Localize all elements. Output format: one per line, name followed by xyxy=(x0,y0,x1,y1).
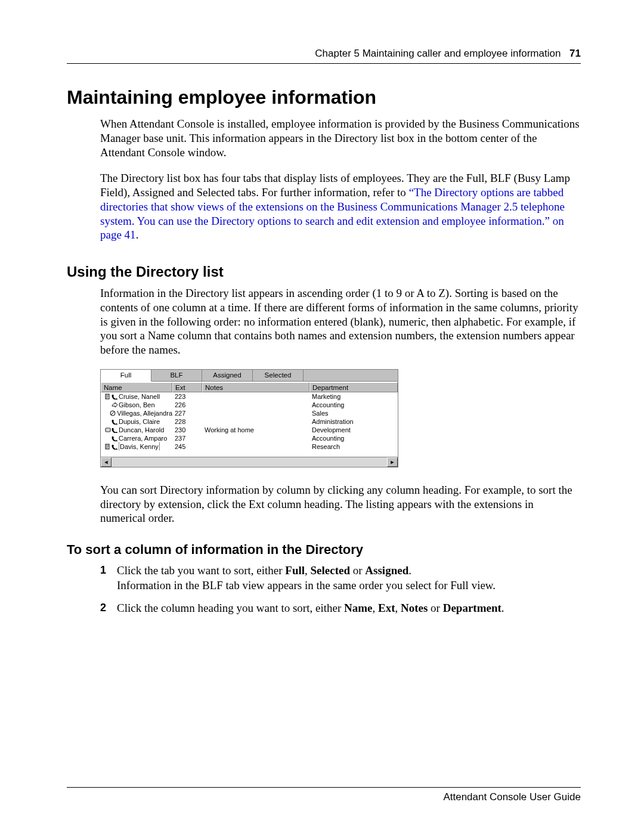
column-header-name[interactable]: Name xyxy=(101,382,172,392)
directory-rows: Cruise, Nanell223MarketingGibson, Ben226… xyxy=(101,392,398,457)
svg-line-2 xyxy=(111,411,114,415)
cell-notes xyxy=(202,442,309,451)
cell-department: Marketing xyxy=(309,392,398,401)
phone-icon xyxy=(112,435,117,441)
footer-text: Attendant Console User Guide xyxy=(443,791,581,803)
status-icons xyxy=(103,410,116,416)
cell-name: Villegas, Allejandra xyxy=(101,409,172,417)
table-row[interactable]: Villegas, Allejandra227Sales xyxy=(101,409,398,417)
table-row[interactable]: Cruise, Nanell223Marketing xyxy=(101,392,398,401)
step-number: 2 xyxy=(100,601,106,615)
page-number: 71 xyxy=(569,48,581,59)
intro-paragraph-1: When Attendant Console is installed, emp… xyxy=(100,117,581,159)
s1-bold-selected: Selected xyxy=(311,564,350,577)
cell-department: Research xyxy=(309,442,398,451)
s2-text: Click the column heading you want to sor… xyxy=(117,602,344,614)
phone-icon xyxy=(112,444,117,450)
s1-bold-full: Full xyxy=(285,564,305,577)
employee-name: Gibson, Ben xyxy=(119,401,155,409)
tab-blf[interactable]: BLF xyxy=(151,370,202,382)
heading-2: Using the Directory list xyxy=(67,264,581,280)
tab-selected[interactable]: Selected xyxy=(253,370,304,382)
note-icon xyxy=(105,444,111,450)
employee-name: Dupuis, Claire xyxy=(119,417,160,426)
steps-list: 1 Click the tab you want to sort, either… xyxy=(100,563,581,616)
tab-filler xyxy=(304,370,398,382)
running-header: Chapter 5 Maintaining caller and employe… xyxy=(67,48,581,64)
status-icons xyxy=(103,402,117,408)
svg-point-5 xyxy=(107,429,108,430)
s1-sep2: or xyxy=(350,564,365,577)
status-icons xyxy=(103,444,117,450)
cell-ext: 228 xyxy=(172,417,202,426)
s2-bold-name: Name xyxy=(344,602,372,614)
cell-department: Accounting xyxy=(309,401,398,409)
table-row[interactable]: Dupuis, Claire228Administration xyxy=(101,417,398,426)
step-2: 2 Click the column heading you want to s… xyxy=(100,601,581,616)
cell-ext: 223 xyxy=(172,392,202,401)
dnd-icon xyxy=(110,410,116,416)
fwd-icon xyxy=(112,402,117,408)
cell-ext: 230 xyxy=(172,426,202,434)
body-content: When Attendant Console is installed, emp… xyxy=(100,117,581,242)
status-icons xyxy=(103,394,117,400)
table-row[interactable]: Gibson, Ben226Accounting xyxy=(101,401,398,409)
tab-full[interactable]: Full xyxy=(101,370,151,382)
cell-department: Administration xyxy=(309,417,398,426)
employee-name: Villegas, Allejandra xyxy=(117,409,172,417)
steps-block: 1 Click the tab you want to sort, either… xyxy=(100,563,581,616)
scroll-left-button[interactable]: ◄ xyxy=(101,457,112,467)
phone-icon xyxy=(112,394,117,400)
cell-department: Sales xyxy=(309,409,398,417)
step-1: 1 Click the tab you want to sort, either… xyxy=(100,563,581,593)
scroll-track[interactable] xyxy=(112,457,387,467)
cell-name: Davis, Kenny xyxy=(101,442,172,451)
employee-name: Duncan, Harold xyxy=(119,426,164,434)
s2-sep2: , xyxy=(395,602,401,614)
svg-point-4 xyxy=(106,429,107,430)
step-number: 1 xyxy=(100,563,106,577)
status-icons xyxy=(103,419,117,425)
status-icons xyxy=(103,435,117,441)
s1-line2: Information in the BLF tab view appears … xyxy=(117,579,496,592)
intro-paragraph-2: The Directory list box has four tabs tha… xyxy=(100,171,581,242)
cell-ext: 226 xyxy=(172,401,202,409)
column-header-notes[interactable]: Notes xyxy=(202,382,309,392)
chapter-label: Chapter 5 Maintaining caller and employe… xyxy=(315,48,561,59)
cell-ext: 245 xyxy=(172,442,202,451)
scroll-right-button[interactable]: ► xyxy=(387,457,398,467)
table-row[interactable]: Duncan, Harold230Working at homeDevelopm… xyxy=(101,426,398,434)
s2-sep3: or xyxy=(428,602,442,614)
cell-name: Carrera, Amparo xyxy=(101,434,172,442)
s2-bold-department: Department xyxy=(443,602,501,614)
s1-text: Click the tab you want to sort, either xyxy=(117,564,285,577)
tab-assigned[interactable]: Assigned xyxy=(202,370,253,382)
cell-department: Development xyxy=(309,426,398,434)
cell-name: Duncan, Harold xyxy=(101,426,172,434)
directory-tabs: Full BLF Assigned Selected xyxy=(101,370,398,382)
s1-end: . xyxy=(408,564,411,577)
msg-icon xyxy=(105,427,111,433)
column-header-ext[interactable]: Ext xyxy=(172,382,202,392)
s2-bold-notes: Notes xyxy=(401,602,428,614)
horizontal-scrollbar: ◄ ► xyxy=(101,457,398,467)
cell-notes xyxy=(202,409,309,417)
table-row[interactable]: Carrera, Amparo237Accounting xyxy=(101,434,398,442)
page: Chapter 5 Maintaining caller and employe… xyxy=(0,0,644,833)
svg-point-6 xyxy=(109,429,109,430)
cell-notes xyxy=(202,392,309,401)
table-row[interactable]: Davis, Kenny245Research xyxy=(101,442,398,451)
cell-ext: 227 xyxy=(172,409,202,417)
cell-notes xyxy=(202,434,309,442)
p2-post: . xyxy=(136,228,139,241)
running-footer: Attendant Console User Guide xyxy=(67,787,581,803)
phone-icon xyxy=(112,427,117,433)
dirlist-paragraph: Information in the Directory list appear… xyxy=(100,286,581,357)
employee-name: Cruise, Nanell xyxy=(119,392,160,401)
status-icons xyxy=(103,427,117,433)
s2-sep1: , xyxy=(372,602,378,614)
column-header-department[interactable]: Department xyxy=(309,382,398,392)
heading-1: Maintaining employee information xyxy=(67,86,581,109)
employee-name: Davis, Kenny xyxy=(119,442,160,451)
cell-name: Dupuis, Claire xyxy=(101,417,172,426)
